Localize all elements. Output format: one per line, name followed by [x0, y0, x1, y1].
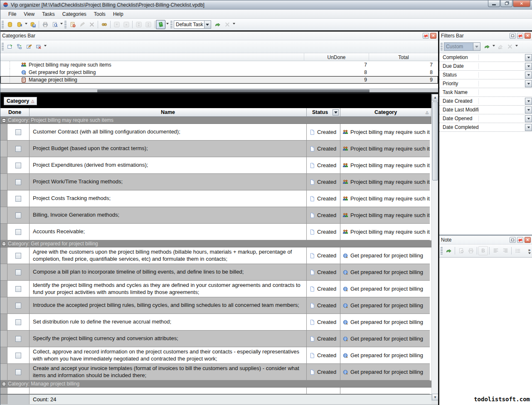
task-status-cell[interactable]: Created [307, 347, 340, 363]
task-name-cell[interactable]: Accounts Receivable; [30, 224, 307, 240]
grid-column-done[interactable]: Done [0, 108, 30, 117]
open-database-button[interactable] [15, 20, 24, 29]
filters-pin-button[interactable]: 📌 [517, 33, 523, 39]
notebook-view-dropdown[interactable] [165, 20, 169, 29]
task-checkbox[interactable] [15, 353, 21, 358]
delete-task-button[interactable] [87, 20, 96, 29]
print-preview-button[interactable] [50, 20, 59, 29]
task-row[interactable]: Project Work/Time Tracking methods;Creat… [0, 174, 430, 190]
task-status-cell[interactable]: Created [307, 314, 340, 330]
menu-item-tools[interactable]: Tools [90, 10, 109, 18]
task-checkbox[interactable] [15, 179, 21, 185]
task-row[interactable]: Specify the project billing currency and… [0, 331, 430, 347]
bold-button[interactable]: B [478, 246, 488, 255]
new-category-button[interactable] [5, 42, 15, 51]
task-checkbox[interactable] [15, 303, 21, 309]
menu-item-view[interactable]: View [20, 10, 38, 18]
note-preview-button[interactable] [456, 246, 466, 255]
note-toolbar-dropdown[interactable] [528, 252, 531, 254]
task-category-cell[interactable]: Get prepared for project billing [340, 331, 430, 347]
task-status-cell[interactable]: Created [307, 247, 340, 264]
collapse-group-icon[interactable] [2, 242, 6, 246]
apply-task-type-button[interactable] [213, 20, 222, 29]
task-row[interactable]: Customer Contract (with all billing conf… [0, 124, 430, 141]
filter-dropdown-button[interactable] [525, 80, 532, 87]
task-status-cell[interactable]: Created [307, 364, 340, 380]
clear-task-type-button[interactable] [222, 20, 232, 29]
task-name-cell[interactable]: Set distribution rule to define the reve… [30, 314, 307, 330]
filters-toolbar-dropdown[interactable] [515, 42, 518, 51]
group-header-row[interactable]: Category: Manage project billing [0, 380, 431, 388]
task-name-cell[interactable]: Project Expenditures (derived from estim… [30, 157, 307, 173]
minimize-button[interactable] [488, 0, 500, 7]
new-database-button[interactable] [5, 20, 15, 29]
task-status-cell[interactable]: Created [307, 124, 340, 140]
toolbar-grip[interactable] [2, 21, 4, 28]
filter-dropdown-button[interactable] [525, 106, 532, 114]
task-row[interactable]: Introduce the accepted project billing r… [0, 297, 430, 314]
task-checkbox[interactable] [15, 163, 21, 168]
categories-pin-button[interactable]: 📌 [423, 33, 429, 39]
collapse-group-icon[interactable] [2, 119, 6, 122]
bullet-list-button[interactable] [513, 246, 522, 255]
toolbar-grip[interactable] [441, 247, 443, 254]
task-status-cell[interactable]: Created [307, 281, 340, 297]
task-category-cell[interactable]: Get prepared for project billing [340, 247, 430, 264]
task-status-cell[interactable]: Created [307, 157, 340, 173]
toolbar-grip[interactable] [441, 43, 443, 50]
column-header-total[interactable]: Total [369, 53, 438, 61]
task-type-dropdown[interactable] [204, 21, 211, 28]
task-row[interactable]: Create and accept your invoice templates… [0, 364, 430, 380]
category-tree-item[interactable]: Project billing may require such items77 [0, 61, 438, 69]
task-name-cell[interactable]: Specify the project billing currency and… [30, 331, 307, 347]
task-name-cell[interactable]: Billing, Invoice Generation methods; [30, 207, 307, 223]
task-name-cell[interactable]: Project Work/Time Tracking methods; [30, 174, 307, 190]
scroll-up-button[interactable]: ▲ [432, 94, 438, 101]
task-status-cell[interactable]: Created [307, 190, 340, 207]
task-category-cell[interactable]: Get prepared for project billing [340, 364, 430, 380]
task-checkbox[interactable] [15, 129, 21, 135]
task-checkbox[interactable] [15, 269, 21, 275]
task-row[interactable]: Collect, approve and record information … [0, 347, 430, 364]
task-checkbox[interactable] [15, 319, 21, 325]
task-checkbox[interactable] [15, 336, 21, 342]
task-row[interactable]: Project Budget (based upon the contract … [0, 141, 430, 157]
task-status-cell[interactable]: Created [307, 264, 340, 280]
task-status-cell[interactable]: Created [307, 207, 340, 223]
toolbar-grip[interactable] [2, 43, 4, 50]
align-right-button[interactable] [500, 246, 510, 255]
task-checkbox[interactable] [15, 196, 21, 202]
grid-column-category[interactable]: Category △ [340, 108, 431, 117]
delete-filter-button[interactable] [505, 42, 515, 51]
task-category-cell[interactable]: Project billing may require such items [340, 141, 430, 157]
task-name-cell[interactable]: Introduce the accepted project billing r… [30, 297, 307, 314]
task-row[interactable]: Project Expenditures (derived from estim… [0, 157, 430, 174]
task-category-cell[interactable]: Get prepared for project billing [340, 281, 430, 297]
note-restore-button[interactable] [510, 237, 516, 243]
task-checkbox[interactable] [15, 229, 21, 235]
category-tree-item[interactable]: Get prepared for project billing88 [0, 69, 438, 76]
filter-dropdown-button[interactable] [525, 124, 532, 131]
task-checkbox[interactable] [15, 212, 21, 218]
close-button[interactable]: ✕ [513, 0, 530, 7]
group-header-row[interactable]: Category: Get prepared for project billi… [0, 240, 431, 247]
task-type-combobox[interactable]: Default Task [174, 20, 211, 29]
task-row[interactable]: Agree with the customers upon the projec… [0, 247, 430, 264]
task-row[interactable]: Compose a bill plan to incorporate timel… [0, 264, 430, 281]
print-preview-dropdown[interactable] [59, 20, 63, 29]
task-name-cell[interactable]: Identify the project billing methods and… [30, 281, 307, 297]
filter-preset-combobox[interactable]: Custom [444, 42, 480, 51]
menu-item-file[interactable]: File [5, 10, 20, 18]
task-name-cell[interactable]: Collect, approve and record information … [30, 347, 307, 363]
scrollbar-thumb[interactable] [97, 89, 369, 92]
open-database-dropdown[interactable] [24, 20, 28, 29]
toolbar-grip[interactable] [170, 21, 172, 28]
search-button[interactable] [99, 20, 109, 29]
task-name-cell[interactable]: Agree with the customers upon the projec… [30, 247, 307, 264]
scroll-down-button[interactable]: ▼ [432, 394, 438, 400]
move-top-button[interactable] [143, 20, 153, 29]
task-name-cell[interactable]: Project Budget (based upon the contract … [30, 141, 307, 157]
task-category-cell[interactable]: Project billing may require such items [340, 224, 430, 240]
grid-column-status[interactable]: Status [307, 108, 340, 117]
toolbar-overflow-dropdown[interactable] [232, 20, 236, 29]
